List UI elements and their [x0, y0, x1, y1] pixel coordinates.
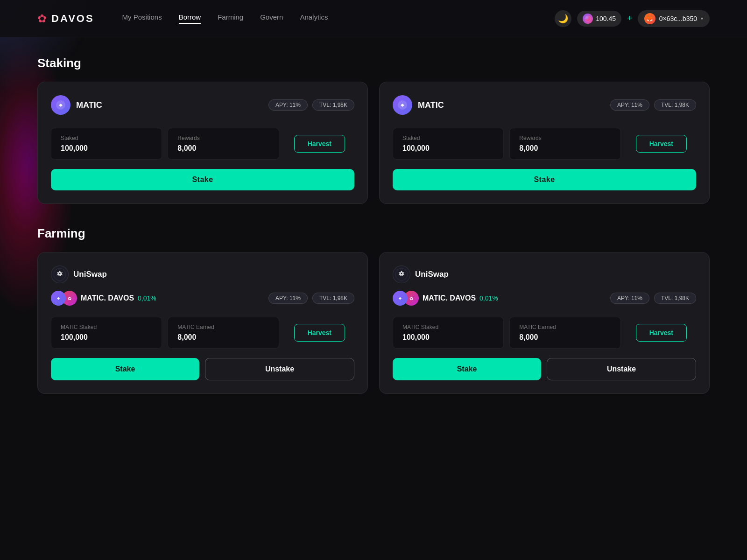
staking-cards-grid: MATIC APY: 11% TVL: 1,98K Staked 100,000…: [37, 82, 710, 204]
staking-card-2-header: MATIC APY: 11% TVL: 1,98K: [393, 95, 696, 115]
chevron-down-icon: ▾: [701, 16, 703, 21]
staking-section-title: Staking: [37, 56, 710, 70]
staking-card-2-stake-button[interactable]: Stake: [393, 169, 696, 190]
farming-card-1-badges: APY: 11% TVL: 1,98K: [268, 293, 354, 304]
farming-earned-value-2: 8,000: [519, 333, 611, 342]
farming-cards-grid: UniSwap ✿ MATIC. DAVOS: [37, 252, 710, 394]
staked-value-2: 100,000: [402, 144, 494, 153]
svg-point-2: [60, 104, 62, 106]
matic-pair-icon-2: [393, 291, 408, 306]
farming-staked-label-1: MATIC Staked: [61, 324, 152, 330]
rewards-value-2: 8,000: [519, 144, 611, 153]
farming-card-1-stake-button[interactable]: Stake: [51, 358, 199, 380]
matic-icon-1: [51, 95, 70, 115]
farming-card-2-pair-icons: ✿: [393, 291, 419, 306]
farming-card-1-staked-box: MATIC Staked 100,000: [51, 317, 162, 349]
farming-card-1-pair-row: ✿ MATIC. DAVOS 0,01% APY: 11% TVL: 1,98K: [51, 291, 354, 306]
wallet-button[interactable]: 🦊 0×63c...b350 ▾: [638, 10, 710, 27]
staking-card-1: MATIC APY: 11% TVL: 1,98K Staked 100,000…: [37, 82, 368, 204]
nav-links: My Positions Borrow Farming Govern Analy…: [122, 13, 555, 24]
rewards-value-1: 8,000: [177, 144, 269, 153]
staking-card-1-stake-button[interactable]: Stake: [51, 169, 354, 190]
nav-analytics[interactable]: Analytics: [300, 13, 328, 24]
staking-card-2-apy-badge: APY: 11%: [610, 99, 649, 111]
farming-staked-value-1: 100,000: [61, 333, 152, 342]
staking-card-1-token-info: MATIC: [51, 95, 102, 115]
staking-card-2-tvl-badge: TVL: 1,98K: [654, 99, 696, 111]
farming-card-1-earned-box: MATIC Earned 8,000: [168, 317, 279, 349]
matic-icon-2: [393, 95, 412, 115]
staking-card-1-harvest-box: Harvest: [285, 128, 354, 160]
staking-card-1-harvest-button[interactable]: Harvest: [294, 135, 345, 153]
staked-value-1: 100,000: [61, 144, 152, 153]
farming-card-2-stats-row: MATIC Staked 100,000 MATIC Earned 8,000 …: [393, 317, 696, 349]
svg-point-6: [59, 273, 61, 274]
farming-staked-value-2: 100,000: [402, 333, 494, 342]
farming-card-2-platform: UniSwap: [415, 270, 449, 279]
nav-govern[interactable]: Govern: [260, 13, 283, 24]
farming-card-2-badges: APY: 11% TVL: 1,98K: [610, 293, 696, 304]
farming-card-1-header: UniSwap: [51, 266, 354, 283]
theme-toggle-button[interactable]: 🌙: [555, 10, 571, 27]
farming-card-2: UniSwap ✿ MATIC. DAVOS: [379, 252, 710, 394]
rewards-label-2: Rewards: [519, 135, 611, 141]
uniswap-icon-2: [393, 266, 410, 283]
farming-card-2-stake-button[interactable]: Stake: [393, 358, 541, 380]
staking-card-1-stats-row: Staked 100,000 Rewards 8,000 Harvest: [51, 128, 354, 160]
farming-card-1-unstake-button[interactable]: Unstake: [205, 358, 354, 380]
staking-card-2-rewards-box: Rewards 8,000: [509, 128, 620, 160]
nav-right: 🌙 100.45 + 🦊 0×63c...b350 ▾: [555, 10, 710, 27]
staking-card-1-tvl-badge: TVL: 1,98K: [312, 99, 354, 111]
farming-card-2-apy-badge: APY: 11%: [610, 293, 649, 304]
nav-farming[interactable]: Farming: [218, 13, 243, 24]
farming-card-1-harvest-box: Harvest: [285, 317, 354, 349]
farming-earned-value-1: 8,000: [177, 333, 269, 342]
staking-card-2-harvest-button[interactable]: Harvest: [636, 135, 687, 153]
logo-icon: ✿: [37, 12, 47, 25]
wallet-address: 0×63c...b350: [659, 15, 697, 22]
farming-card-2-pair-row: ✿ MATIC. DAVOS 0,01% APY: 11% TVL: 1,98K: [393, 291, 696, 306]
staking-card-2-token-name: MATIC: [418, 100, 444, 110]
staking-card-2-staked-box: Staked 100,000: [393, 128, 504, 160]
rewards-label-1: Rewards: [177, 135, 269, 141]
staking-card-1-rewards-box: Rewards 8,000: [168, 128, 279, 160]
logo-text: DAVOS: [51, 13, 94, 25]
svg-point-8: [401, 273, 402, 274]
farming-card-1-pair-name: MATIC. DAVOS: [81, 294, 134, 302]
staked-label-2: Staked: [402, 135, 494, 141]
staking-card-2-badges: APY: 11% TVL: 1,98K: [610, 99, 696, 111]
staking-card-1-staked-box: Staked 100,000: [51, 128, 162, 160]
nav-my-positions[interactable]: My Positions: [122, 13, 162, 24]
farming-card-1-pair-pct: 0,01%: [138, 294, 156, 302]
wallet-avatar-icon: 🦊: [644, 13, 655, 24]
farming-earned-label-1: MATIC Earned: [177, 324, 269, 330]
farming-earned-label-2: MATIC Earned: [519, 324, 611, 330]
farming-card-1-pair-left: ✿ MATIC. DAVOS 0,01%: [51, 291, 156, 306]
farming-card-2-staked-box: MATIC Staked 100,000: [393, 317, 504, 349]
farming-card-2-actions: Stake Unstake: [393, 358, 696, 380]
farming-card-1-harvest-button[interactable]: Harvest: [294, 324, 345, 342]
nav-borrow[interactable]: Borrow: [179, 13, 201, 24]
farming-card-2-harvest-button[interactable]: Harvest: [636, 324, 687, 342]
farming-card-2-pair-pct: 0,01%: [479, 294, 498, 302]
svg-point-0: [585, 16, 591, 21]
farming-card-2-header: UniSwap: [393, 266, 696, 283]
farming-card-1-tvl-badge: TVL: 1,98K: [312, 293, 354, 304]
farming-card-2-harvest-box: Harvest: [627, 317, 696, 349]
balance-button[interactable]: 100.45: [577, 11, 621, 27]
staking-card-2-harvest-box: Harvest: [627, 128, 696, 160]
farming-card-1-apy-badge: APY: 11%: [268, 293, 308, 304]
matic-pair-icon-1: [51, 291, 66, 306]
staked-label-1: Staked: [61, 135, 152, 141]
farming-card-1: UniSwap ✿ MATIC. DAVOS: [37, 252, 368, 394]
uniswap-icon-1: [51, 266, 69, 283]
staking-card-1-token-name: MATIC: [76, 100, 102, 110]
balance-value: 100.45: [596, 15, 616, 22]
farming-card-2-unstake-button[interactable]: Unstake: [547, 358, 696, 380]
navbar: ✿ DAVOS My Positions Borrow Farming Gove…: [0, 0, 747, 37]
staking-card-2-stats-row: Staked 100,000 Rewards 8,000 Harvest: [393, 128, 696, 160]
add-balance-button[interactable]: +: [627, 14, 632, 23]
davos-token-icon: [583, 14, 593, 24]
farming-staked-label-2: MATIC Staked: [402, 324, 494, 330]
staking-card-2: MATIC APY: 11% TVL: 1,98K Staked 100,000…: [379, 82, 710, 204]
